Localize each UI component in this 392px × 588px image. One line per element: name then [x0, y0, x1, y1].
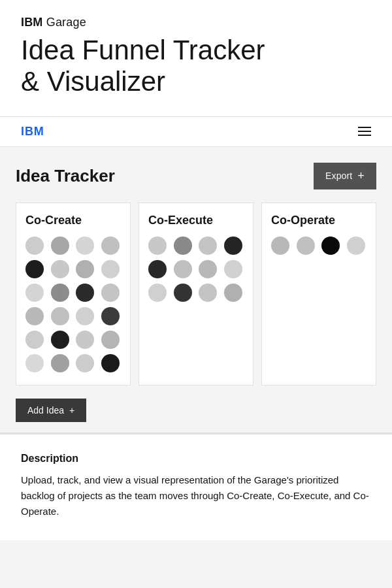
- ibm-garage-label: IBM Garage: [21, 16, 371, 29]
- garage-text: Garage: [46, 16, 86, 29]
- dot-co-create-17[interactable]: [51, 331, 69, 349]
- hamburger-line1: [358, 127, 371, 128]
- tracker-title: Idea Tracker: [16, 166, 115, 186]
- dot-co-execute-1[interactable]: [174, 237, 192, 255]
- dot-co-create-23[interactable]: [101, 354, 120, 372]
- app-title: Idea Funnel Tracker & Visualizer: [21, 35, 371, 98]
- description-text: Upload, track, and view a visual represe…: [21, 472, 371, 519]
- dot-co-create-1[interactable]: [51, 237, 69, 255]
- column-card-co-create: Co-Create: [16, 203, 131, 385]
- tracker-toolbar: Idea Tracker Export +: [16, 163, 376, 189]
- column-title-co-execute: Co-Execute: [148, 214, 244, 227]
- column-card-co-operate: Co-Operate: [261, 203, 376, 385]
- app-title-line2: & Visualizer: [21, 66, 165, 97]
- dot-co-execute-3[interactable]: [224, 237, 242, 255]
- column-title-co-operate: Co-Operate: [271, 214, 367, 227]
- export-plus-icon: +: [357, 169, 365, 183]
- dot-co-execute-0[interactable]: [148, 237, 167, 255]
- dots-grid-co-operate: [271, 237, 367, 255]
- dot-co-create-5[interactable]: [51, 260, 69, 278]
- dot-co-execute-7[interactable]: [224, 260, 242, 278]
- header: IBM Garage Idea Funnel Tracker & Visuali…: [0, 0, 392, 116]
- dot-co-create-21[interactable]: [51, 354, 69, 372]
- dot-co-create-12[interactable]: [25, 307, 44, 325]
- dot-co-execute-8[interactable]: [148, 284, 167, 302]
- hamburger-icon[interactable]: [358, 127, 371, 136]
- dot-co-execute-2[interactable]: [199, 237, 217, 255]
- dot-co-create-9[interactable]: [51, 284, 69, 302]
- dot-co-operate-2[interactable]: [321, 237, 340, 255]
- dot-co-execute-10[interactable]: [199, 284, 217, 302]
- hamburger-line2: [358, 131, 371, 132]
- description-section: Description Upload, track, and view a vi…: [0, 433, 392, 540]
- add-idea-button[interactable]: Add Idea +: [16, 399, 86, 422]
- navbar: IBM: [0, 116, 392, 147]
- ibm-text: IBM: [21, 16, 43, 29]
- dot-co-create-6[interactable]: [76, 260, 94, 278]
- dot-co-create-10[interactable]: [76, 284, 94, 302]
- add-idea-label: Add Idea: [27, 405, 64, 416]
- app-title-line1: Idea Funnel Tracker: [21, 35, 265, 65]
- dot-co-execute-9[interactable]: [174, 284, 192, 302]
- dot-co-create-18[interactable]: [76, 331, 94, 349]
- column-card-co-execute: Co-Execute: [139, 203, 253, 385]
- dot-co-execute-5[interactable]: [174, 260, 192, 278]
- dot-co-create-11[interactable]: [101, 284, 120, 302]
- dots-grid-co-create: [25, 237, 121, 372]
- description-heading: Description: [21, 453, 371, 465]
- dot-co-create-8[interactable]: [25, 284, 44, 302]
- dot-co-create-15[interactable]: [101, 307, 120, 325]
- columns-container: Co-CreateCo-ExecuteCo-Operate: [16, 203, 376, 385]
- export-button[interactable]: Export +: [314, 163, 376, 189]
- column-title-co-create: Co-Create: [25, 214, 121, 227]
- dot-co-execute-11[interactable]: [224, 284, 242, 302]
- dot-co-create-13[interactable]: [51, 307, 69, 325]
- add-idea-plus-icon: +: [69, 405, 74, 416]
- hamburger-line3: [358, 135, 371, 136]
- dot-co-operate-1[interactable]: [297, 237, 315, 255]
- dots-grid-co-execute: [148, 237, 244, 302]
- main-content: Idea Tracker Export + Co-CreateCo-Execut…: [0, 147, 392, 433]
- dot-co-execute-4[interactable]: [148, 260, 167, 278]
- ibm-logo: IBM: [21, 125, 44, 139]
- dot-co-create-22[interactable]: [76, 354, 94, 372]
- dot-co-execute-6[interactable]: [199, 260, 217, 278]
- dot-co-operate-3[interactable]: [347, 237, 365, 255]
- dot-co-operate-0[interactable]: [271, 237, 289, 255]
- dot-co-create-19[interactable]: [101, 331, 120, 349]
- export-label: Export: [325, 171, 352, 181]
- dot-co-create-0[interactable]: [25, 237, 44, 255]
- dot-co-create-7[interactable]: [101, 260, 120, 278]
- dot-co-create-4[interactable]: [25, 260, 44, 278]
- dot-co-create-2[interactable]: [76, 237, 94, 255]
- dot-co-create-3[interactable]: [101, 237, 120, 255]
- dot-co-create-20[interactable]: [25, 354, 44, 372]
- dot-co-create-16[interactable]: [25, 331, 44, 349]
- dot-co-create-14[interactable]: [76, 307, 94, 325]
